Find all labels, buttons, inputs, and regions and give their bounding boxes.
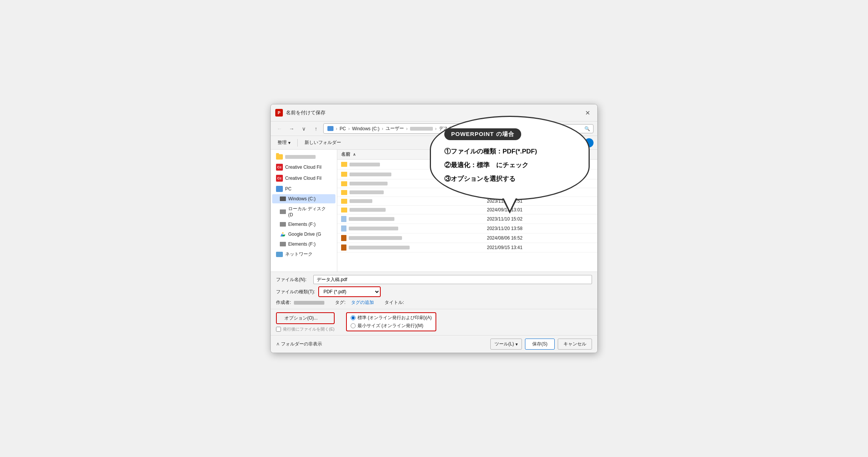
tags-link[interactable]: タグの追加 xyxy=(351,299,374,306)
sidebar-item-top-folder[interactable] xyxy=(272,152,335,161)
address-drive: Windows (C:) xyxy=(352,126,380,131)
sidebar-cc2-label: Creative Cloud Fil xyxy=(285,176,321,181)
file-row[interactable]: 2023/11/10 15:02 xyxy=(337,214,597,224)
folder-icon xyxy=(341,162,347,167)
folder-icon xyxy=(341,181,347,186)
organize-button[interactable]: 整理 ▾ xyxy=(274,138,294,147)
bottom-area: ファイル名(N): ファイルの種類(T): PDF (*.pdf) 作成者: タ… xyxy=(271,272,597,309)
sidebar-item-cc2[interactable]: Cc Creative Cloud Fil xyxy=(272,173,335,184)
sidebar-item-local[interactable]: ローカル ディスク (D xyxy=(272,204,335,219)
sidebar-item-cc1[interactable]: Cc Creative Cloud Fil xyxy=(272,162,335,173)
bubble-item-2: ②最適化：標準 にチェック xyxy=(444,161,575,170)
file-name-blur xyxy=(349,246,410,249)
bubble-item-1: ①ファイルの種類：PDF(*.PDF) xyxy=(444,147,575,156)
radio-standard[interactable] xyxy=(351,315,356,320)
speech-bubble: POWERPOINT の場合 ①ファイルの種類：PDF(*.PDF) ②最適化：… xyxy=(430,116,590,200)
ppt-icon xyxy=(341,235,346,241)
address-pc: PC xyxy=(340,126,346,131)
cancel-button[interactable]: キャンセル xyxy=(558,339,592,350)
radio-min-option[interactable]: 最小サイズ (オンライン発行)(M) xyxy=(351,323,432,329)
tools-button[interactable]: ツール(L) ▾ xyxy=(490,339,522,350)
optimize-group: 標準 (オンライン発行および印刷)(A) 最小サイズ (オンライン発行)(M) xyxy=(346,312,436,331)
title-label: タイトル: xyxy=(385,299,404,306)
file-name-blur xyxy=(349,208,386,212)
sidebar-item-elements1[interactable]: Elements (F:) xyxy=(272,220,335,229)
dropdown-button[interactable]: ∨ xyxy=(299,124,309,134)
radio-min[interactable] xyxy=(351,323,356,328)
file-name-blur xyxy=(349,227,398,230)
file-name-blur xyxy=(349,199,372,203)
sidebar-cc1-label: Creative Cloud Fil xyxy=(285,165,321,170)
folder-icon xyxy=(341,208,347,213)
file-name-blur xyxy=(349,236,402,240)
file-name-blur xyxy=(349,173,391,176)
options-btn-wrapper: オプション(O)... xyxy=(276,312,335,324)
filename-input[interactable] xyxy=(313,275,592,284)
file-row[interactable]: 2023/11/20 13:58 xyxy=(337,224,597,233)
drive-icon xyxy=(280,197,286,201)
sidebar-item-gdrive[interactable]: Google Drive (G xyxy=(272,229,335,239)
elements2-drive-icon xyxy=(280,242,286,246)
ppt-icon xyxy=(341,244,346,251)
tags-label: タグ: xyxy=(335,299,345,306)
new-folder-button[interactable]: 新しいフォルダー xyxy=(302,138,344,147)
forward-button[interactable]: → xyxy=(287,124,297,134)
folder-icon xyxy=(341,190,347,195)
bubble-item-3: ③オプションを選択する xyxy=(444,174,575,184)
cc-icon: Cc xyxy=(276,164,283,171)
folder-icon xyxy=(276,154,283,160)
filetype-select[interactable]: PDF (*.pdf) xyxy=(319,287,380,296)
file-row[interactable]: 2021/09/15 13:41 xyxy=(337,243,597,252)
sidebar-elements1-label: Elements (F:) xyxy=(288,222,316,227)
sidebar-item-pc[interactable]: PC xyxy=(272,184,335,194)
up-button[interactable]: ↑ xyxy=(311,124,321,134)
file-row[interactable]: 2024/09/13 13:01 xyxy=(337,206,597,214)
author-value xyxy=(294,301,324,305)
sidebar-item-elements2[interactable]: Elements (F:) xyxy=(272,240,335,249)
address-username xyxy=(410,127,433,131)
file-row[interactable]: 2024/08/06 16:52 xyxy=(337,233,597,243)
radio-standard-label: 標準 (オンライン発行および印刷)(A) xyxy=(357,315,432,321)
sidebar-gdrive-label: Google Drive (G xyxy=(288,232,321,237)
options-button[interactable]: オプション(O)... xyxy=(277,313,325,323)
radio-min-label: 最小サイズ (オンライン発行)(M) xyxy=(357,323,423,329)
filename-label: ファイル名(N): xyxy=(276,276,310,283)
folder-toggle-button[interactable]: ∧ フォルダーの非表示 xyxy=(276,341,322,347)
folder-icon xyxy=(341,172,347,177)
sidebar-windows-label: Windows (C:) xyxy=(288,196,316,201)
network-icon xyxy=(276,252,283,257)
file-name-blur xyxy=(349,217,394,221)
elements-drive-icon xyxy=(280,222,286,227)
sidebar: Cc Creative Cloud Fil Cc Creative Cloud … xyxy=(271,150,337,272)
options-row: オプション(O)... 発行後にファイルを開く(E) 標準 (オンライン発行およ… xyxy=(271,309,597,335)
footer-row: ∧ フォルダーの非表示 ツール(L) ▾ 保存(S) キャンセル xyxy=(271,335,597,353)
toolbar-divider xyxy=(297,139,298,147)
sidebar-item-network[interactable]: ネットワーク xyxy=(272,249,335,259)
filetype-label: ファイルの種類(T): xyxy=(276,289,315,295)
file-name-blur xyxy=(349,163,380,166)
open-after-checkbox-row: 発行後にファイルを開く(E) xyxy=(276,326,335,332)
annotation-overlay: POWERPOINT の場合 ①ファイルの種類：PDF(*.PDF) ②最適化：… xyxy=(430,116,590,200)
dialog-title: 名前を付けて保存 xyxy=(286,109,326,116)
local-drive-icon xyxy=(280,209,286,214)
sidebar-pc-label: PC xyxy=(285,186,292,192)
sidebar-elements2-label: Elements (F:) xyxy=(288,241,316,247)
open-after-label[interactable]: 発行後にファイルを開く(E) xyxy=(283,326,335,332)
author-label: 作成者: xyxy=(276,299,291,306)
file-icon xyxy=(341,225,346,232)
file-name-blur xyxy=(349,182,388,185)
radio-standard-option[interactable]: 標準 (オンライン発行および印刷)(A) xyxy=(351,315,432,321)
folder-icon xyxy=(341,199,347,204)
bubble-title: POWERPOINT の場合 xyxy=(444,128,521,140)
open-after-checkbox[interactable] xyxy=(276,327,281,332)
sidebar-network-label: ネットワーク xyxy=(285,251,313,257)
sidebar-item-windows[interactable]: Windows (C:) xyxy=(272,194,335,203)
back-button[interactable]: ← xyxy=(274,124,284,134)
save-button[interactable]: 保存(S) xyxy=(525,339,555,350)
pc-icon xyxy=(276,186,283,192)
radio-option-wrapper: 標準 (オンライン発行および印刷)(A) 最小サイズ (オンライン発行)(M) xyxy=(346,312,436,331)
author-row: 作成者: タグ: タグの追加 タイトル: xyxy=(276,299,592,306)
app-icon: P xyxy=(275,109,283,117)
filename-row: ファイル名(N): xyxy=(276,275,592,284)
filetype-row: ファイルの種類(T): PDF (*.pdf) xyxy=(276,286,592,297)
